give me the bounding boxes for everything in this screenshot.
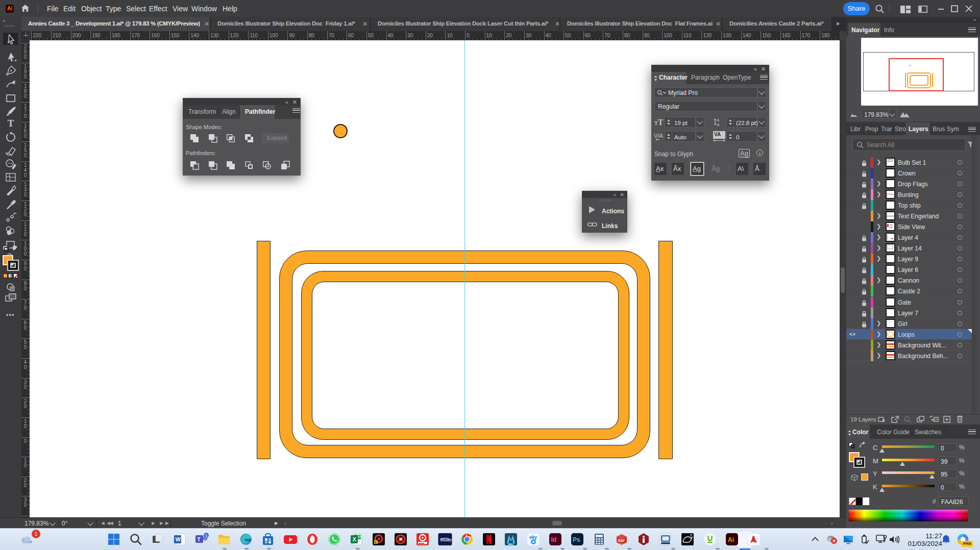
svg-text:V/A: V/A: [654, 133, 663, 139]
svg-text:AXA: AXA: [508, 543, 512, 545]
svg-text:A: A: [717, 122, 720, 127]
svg-text:E: E: [375, 541, 377, 544]
svg-text:Ps: Ps: [573, 536, 580, 543]
svg-text:7: 7: [690, 534, 692, 537]
svg-text:X: X: [353, 536, 357, 542]
svg-text:Disney+: Disney+: [440, 538, 452, 542]
svg-text:A: A: [717, 118, 720, 122]
svg-text:T: T: [197, 537, 200, 542]
svg-text:sky: sky: [529, 535, 537, 540]
svg-text:W: W: [176, 536, 181, 542]
svg-text:Id: Id: [551, 536, 556, 543]
svg-text:Ai: Ai: [728, 536, 734, 543]
svg-text:■■■■: ■■■■: [419, 542, 425, 544]
svg-text:2024: 2024: [619, 543, 623, 545]
svg-text:1: 1: [205, 533, 207, 538]
